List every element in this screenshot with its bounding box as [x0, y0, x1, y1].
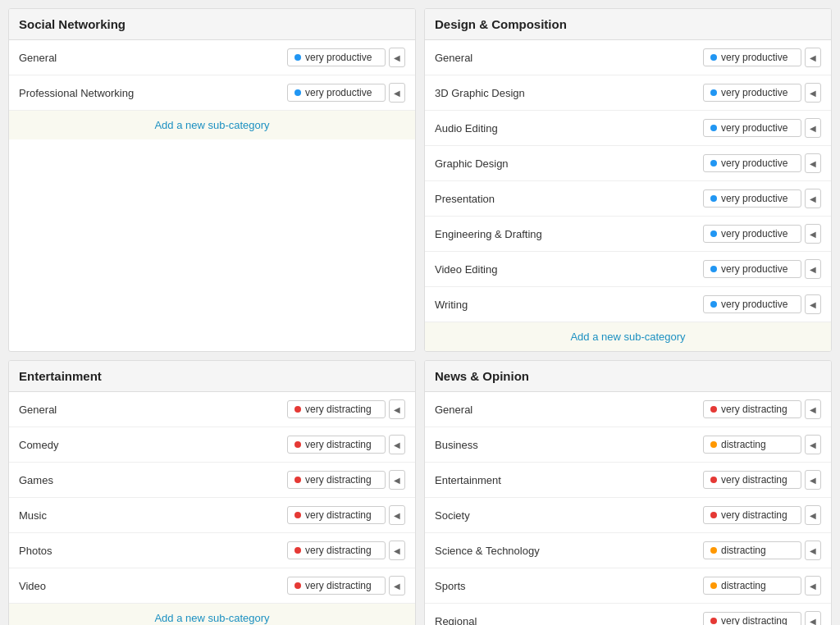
- category-select: very distracting◀: [703, 470, 821, 490]
- category-row: Comedyvery distracting◀: [9, 427, 415, 463]
- status-label: very productive: [721, 228, 788, 240]
- category-select: very productive◀: [703, 189, 821, 208]
- status-select-button[interactable]: very productive: [287, 84, 386, 102]
- chevron-button[interactable]: ◀: [805, 399, 821, 419]
- status-dot: [294, 441, 301, 448]
- category-row: Professional Networkingvery productive◀: [9, 75, 415, 110]
- category-select: very distracting◀: [287, 470, 405, 490]
- panel-body-design-composition: Generalvery productive◀3D Graphic Design…: [425, 40, 831, 322]
- add-subcategory-row: Add a new sub-category: [9, 110, 415, 139]
- status-select-button[interactable]: distracting: [703, 541, 801, 559]
- status-dot: [710, 477, 717, 483]
- chevron-button[interactable]: ◀: [389, 48, 405, 67]
- status-select-button[interactable]: very distracting: [287, 400, 386, 418]
- chevron-button[interactable]: ◀: [805, 189, 821, 208]
- status-select-button[interactable]: very productive: [703, 84, 801, 102]
- status-dot: [710, 618, 717, 624]
- chevron-button[interactable]: ◀: [805, 153, 821, 173]
- status-select-button[interactable]: very productive: [703, 154, 801, 172]
- add-subcategory-link[interactable]: Add a new sub-category: [570, 331, 685, 343]
- category-select: distracting◀: [703, 435, 821, 454]
- chevron-button[interactable]: ◀: [805, 505, 821, 525]
- status-select-button[interactable]: very distracting: [703, 471, 801, 489]
- status-dot: [710, 195, 717, 202]
- status-select-button[interactable]: very distracting: [703, 400, 801, 418]
- chevron-button[interactable]: ◀: [805, 611, 821, 625]
- status-dot: [710, 406, 717, 413]
- category-select: very productive◀: [703, 118, 821, 138]
- status-dot: [294, 512, 301, 518]
- category-select: very productive◀: [703, 153, 821, 173]
- status-select-button[interactable]: very productive: [703, 260, 801, 278]
- chevron-button[interactable]: ◀: [389, 541, 405, 560]
- status-select-button[interactable]: very distracting: [287, 436, 386, 454]
- chevron-button[interactable]: ◀: [389, 576, 405, 595]
- category-name: Audio Editing: [435, 122, 498, 135]
- panel-body-news-opinion: Generalvery distracting◀Businessdistract…: [425, 392, 831, 625]
- category-name: Entertainment: [435, 474, 501, 486]
- status-select-button[interactable]: very distracting: [703, 612, 801, 625]
- chevron-button[interactable]: ◀: [805, 259, 821, 279]
- chevron-button[interactable]: ◀: [805, 294, 821, 314]
- category-row: Writingvery productive◀: [425, 287, 831, 322]
- status-dot: [294, 54, 301, 61]
- status-select-button[interactable]: very productive: [703, 48, 801, 66]
- status-select-button[interactable]: very distracting: [287, 541, 386, 559]
- chevron-button[interactable]: ◀: [805, 48, 821, 67]
- chevron-button[interactable]: ◀: [389, 83, 405, 103]
- status-select-button[interactable]: very distracting: [287, 471, 386, 489]
- status-select-button[interactable]: distracting: [703, 436, 801, 454]
- chevron-button[interactable]: ◀: [805, 118, 821, 138]
- status-select-button[interactable]: very distracting: [287, 577, 386, 595]
- chevron-button[interactable]: ◀: [389, 505, 405, 525]
- status-label: very distracting: [305, 404, 372, 415]
- category-name: Regional: [435, 615, 477, 626]
- category-name: Society: [435, 509, 470, 522]
- status-select-button[interactable]: very productive: [287, 48, 386, 66]
- category-row: Videovery distracting◀: [9, 568, 415, 603]
- status-select-button[interactable]: very productive: [703, 189, 801, 208]
- panel-title-social-networking: Social Networking: [19, 17, 405, 31]
- add-subcategory-link[interactable]: Add a new sub-category: [154, 612, 269, 624]
- status-label: very productive: [721, 157, 788, 169]
- category-row: Science & Technologydistracting◀: [425, 533, 831, 568]
- chevron-button[interactable]: ◀: [805, 83, 821, 103]
- chevron-button[interactable]: ◀: [805, 435, 821, 454]
- chevron-button[interactable]: ◀: [389, 399, 405, 419]
- chevron-button[interactable]: ◀: [805, 541, 821, 560]
- panel-social-networking: Social NetworkingGeneralvery productive◀…: [8, 8, 416, 352]
- category-name: Comedy: [19, 439, 58, 451]
- category-name: General: [435, 52, 472, 64]
- status-label: very distracting: [305, 474, 372, 486]
- status-dot: [710, 54, 717, 61]
- chevron-button[interactable]: ◀: [805, 224, 821, 244]
- status-label: very distracting: [305, 580, 372, 591]
- status-label: very distracting: [305, 509, 372, 521]
- category-select: very productive◀: [703, 294, 821, 314]
- chevron-button[interactable]: ◀: [389, 470, 405, 490]
- status-select-button[interactable]: very distracting: [703, 506, 801, 524]
- category-row: Gamesvery distracting◀: [9, 463, 415, 498]
- status-dot: [710, 301, 717, 308]
- add-subcategory-link[interactable]: Add a new sub-category: [154, 119, 269, 131]
- status-select-button[interactable]: very productive: [703, 295, 801, 313]
- category-name: General: [19, 404, 57, 416]
- status-select-button[interactable]: very productive: [703, 119, 801, 137]
- category-row: Generalvery distracting◀: [9, 392, 415, 427]
- status-dot: [710, 512, 717, 518]
- status-select-button[interactable]: distracting: [703, 577, 801, 595]
- status-select-button[interactable]: very productive: [703, 225, 801, 243]
- category-select: very distracting◀: [287, 541, 405, 560]
- category-name: 3D Graphic Design: [435, 87, 525, 99]
- category-select: very distracting◀: [703, 399, 821, 419]
- status-select-button[interactable]: very distracting: [287, 506, 386, 524]
- category-name: Video Editing: [435, 263, 497, 276]
- chevron-button[interactable]: ◀: [389, 435, 405, 454]
- category-select: very productive◀: [703, 224, 821, 244]
- chevron-button[interactable]: ◀: [805, 576, 821, 595]
- category-select: very productive◀: [703, 48, 821, 67]
- category-name: Games: [19, 474, 53, 486]
- status-label: very productive: [721, 299, 788, 310]
- chevron-button[interactable]: ◀: [805, 470, 821, 490]
- main-grid: Social NetworkingGeneralvery productive◀…: [0, 0, 840, 625]
